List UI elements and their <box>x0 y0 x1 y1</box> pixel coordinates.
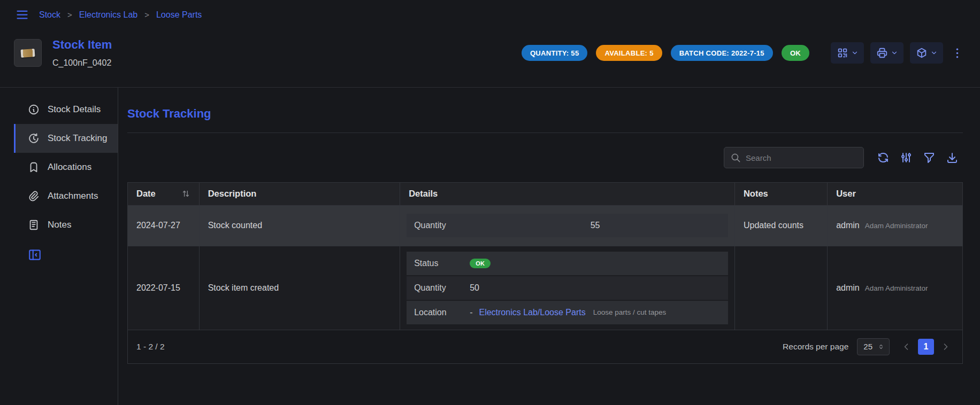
detail-value: 50 <box>470 283 479 293</box>
column-header-description[interactable]: Description <box>199 183 400 205</box>
breadcrumb-separator: > <box>144 10 149 19</box>
adjustments-button[interactable] <box>895 149 917 166</box>
panel-title: Stock Tracking <box>127 107 963 121</box>
panel-divider <box>127 133 963 133</box>
location-link[interactable]: Electronics Lab/Loose Parts <box>479 308 585 317</box>
sidebar: Stock DetailsStock TrackingAllocationsAt… <box>0 88 118 405</box>
batch-code-badge: BATCH CODE: 2022-7-15 <box>671 45 773 61</box>
tracking-table-row[interactable]: 2022-07-15Stock item createdStatusOKQuan… <box>128 246 962 330</box>
previous-page-button[interactable] <box>898 339 914 355</box>
download-icon <box>946 151 959 164</box>
info-icon <box>28 104 40 115</box>
detail-prefix: - <box>470 308 472 317</box>
action-buttons <box>831 42 943 64</box>
column-header-date[interactable]: Date <box>128 183 199 205</box>
search-input[interactable] <box>746 153 857 162</box>
sidebar-item-notes[interactable]: Notes <box>14 211 118 239</box>
sidebar-item-label: Attachments <box>48 191 98 201</box>
breadcrumb-link-electronics-lab[interactable]: Electronics Lab <box>79 10 137 20</box>
username: admin <box>836 283 860 293</box>
page-1-button[interactable]: 1 <box>918 339 934 355</box>
page-buttons: 1 <box>898 339 954 355</box>
notes-icon <box>28 219 40 231</box>
detail-row-quantity: Quantity50 <box>407 276 728 300</box>
stock-item-thumbnail[interactable] <box>14 39 42 67</box>
history-icon <box>28 133 40 144</box>
column-label: Description <box>208 189 257 199</box>
column-header-user[interactable]: User <box>828 183 962 205</box>
detail-status-badge: OK <box>470 259 491 268</box>
breadcrumb-link-loose-parts[interactable]: Loose Parts <box>156 10 202 20</box>
sidebar-item-label: Stock Details <box>48 104 101 115</box>
chevron-down-icon <box>851 49 859 57</box>
chevron-left-icon <box>901 341 912 352</box>
records-per-page-label: Records per page <box>783 342 848 352</box>
sidebar-collapse-icon <box>28 248 42 262</box>
filter-icon <box>923 151 936 164</box>
username: admin <box>836 221 860 230</box>
sidebar-item-stock-details[interactable]: Stock Details <box>14 95 118 124</box>
table-header-row: DateDescriptionDetailsNotesUser <box>128 183 962 205</box>
search-box <box>724 147 864 168</box>
barcode-actions-button[interactable] <box>831 42 864 64</box>
download-button[interactable] <box>941 149 963 166</box>
tracking-table-row[interactable]: 2024-07-27Stock countedQuantity55Updated… <box>128 205 962 246</box>
detail-key: Location <box>414 308 470 317</box>
stock-tracking-table: DateDescriptionDetailsNotesUser2024-07-2… <box>127 182 963 364</box>
breadcrumb-link-stock[interactable]: Stock <box>39 10 60 20</box>
detail-value: 55 <box>470 221 721 230</box>
menu-button[interactable] <box>15 7 29 22</box>
sidebar-item-label: Notes <box>48 220 71 230</box>
detail-key: Status <box>414 259 470 268</box>
page-title: Stock Item <box>52 38 112 52</box>
bookmark-icon <box>28 161 40 173</box>
table-tool-buttons <box>872 149 963 166</box>
breadcrumb-separator: > <box>67 10 72 19</box>
page-header: Stock Item C_100nF_0402 QUANTITY: 55AVAI… <box>0 24 980 87</box>
user-cell: adminAdam Administrator <box>828 205 962 246</box>
box-icon <box>916 47 928 59</box>
record-range: 1 - 2 / 2 <box>136 342 165 352</box>
filter-button[interactable] <box>918 149 940 166</box>
main-panel: Stock Tracking DateDescriptionDetailsNot… <box>118 88 980 405</box>
chevron-down-icon <box>930 49 938 57</box>
chevron-right-icon <box>940 341 951 352</box>
sidebar-item-label: Stock Tracking <box>48 133 108 144</box>
records-per-page-select[interactable]: 25 <box>857 338 890 355</box>
notes-cell <box>734 246 827 330</box>
sidebar-item-attachments[interactable]: Attachments <box>14 182 118 211</box>
refresh-button[interactable] <box>872 149 894 166</box>
detail-key: Quantity <box>414 283 470 293</box>
hamburger-icon <box>15 7 29 22</box>
top-navigation-bar: Stock>Electronics Lab>Loose Parts <box>0 0 980 24</box>
column-header-notes[interactable]: Notes <box>734 183 827 205</box>
pagination: Records per page 25 1 <box>783 338 954 355</box>
stock-actions-button[interactable] <box>910 42 943 64</box>
search-icon <box>731 153 741 163</box>
header-titles: Stock Item C_100nF_0402 <box>52 38 112 68</box>
available-badge: AVAILABLE: 5 <box>596 45 662 61</box>
sidebar-item-label: Allocations <box>48 162 91 173</box>
printer-icon <box>876 47 888 59</box>
dots-vertical-icon <box>951 46 964 60</box>
detail-row-location: Location-Electronics Lab/Loose PartsLoos… <box>407 301 728 324</box>
more-actions-button[interactable] <box>951 46 964 60</box>
print-actions-button[interactable] <box>870 42 904 64</box>
collapse-sidebar-button[interactable] <box>28 248 42 262</box>
detail-row-status: StatusOK <box>407 252 728 275</box>
column-header-details[interactable]: Details <box>400 183 735 205</box>
notes-cell: Updated counts <box>734 205 827 246</box>
sidebar-item-stock-tracking[interactable]: Stock Tracking <box>14 124 118 153</box>
detail-row-quantity: Quantity55 <box>407 214 728 237</box>
sidebar-item-allocations[interactable]: Allocations <box>14 153 118 182</box>
quantity-badge: QUANTITY: 55 <box>522 45 587 61</box>
next-page-button[interactable] <box>938 339 954 355</box>
table-toolbar <box>127 147 963 168</box>
date-cell: 2024-07-27 <box>128 205 199 246</box>
table-footer: 1 - 2 / 2 Records per page 25 1 <box>128 330 962 363</box>
per-page-value: 25 <box>863 342 872 351</box>
description-cell: Stock counted <box>199 205 400 246</box>
adjustments-icon <box>900 151 913 164</box>
column-label: Date <box>136 189 156 199</box>
column-label: Notes <box>744 189 768 199</box>
